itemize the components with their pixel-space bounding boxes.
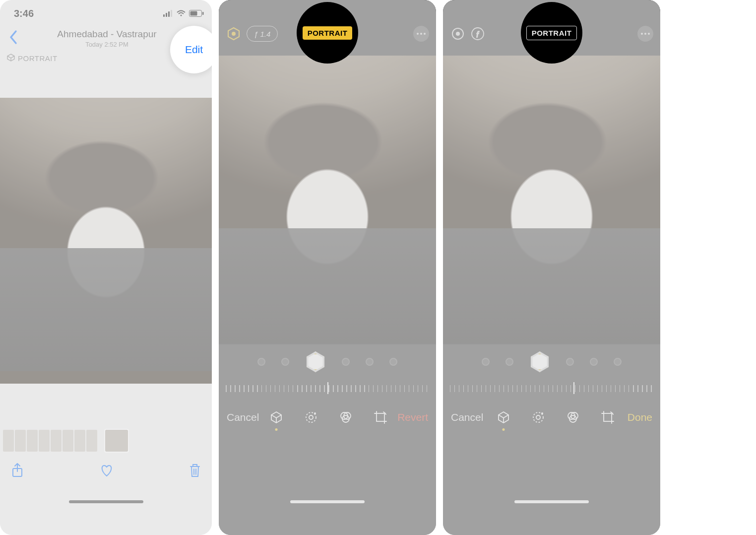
thumbnail-selected[interactable] [105, 430, 128, 452]
wifi-icon [176, 10, 186, 17]
editor-top-bar: ƒ PORTRAIT [443, 0, 660, 56]
share-button[interactable] [11, 463, 24, 480]
thumbnail[interactable] [39, 430, 50, 452]
lighting-option[interactable] [482, 358, 490, 366]
editor-mode-tabs [269, 410, 388, 425]
status-bar: 3:46 [0, 0, 212, 22]
cellular-signal-icon [163, 10, 173, 17]
cancel-button[interactable]: Cancel [451, 411, 483, 423]
lighting-option-selected[interactable] [529, 351, 550, 372]
svg-point-4 [181, 15, 182, 16]
thumbnail-gap [98, 430, 104, 452]
thumbnail[interactable] [63, 430, 73, 452]
slider-handle[interactable] [573, 382, 574, 394]
depth-control-button[interactable]: ƒ [470, 26, 486, 42]
photos-viewer-screen: 3:46 Ahmedabad - Vastrapur Today 2:52 PM… [0, 0, 212, 535]
svg-rect-6 [190, 11, 197, 16]
portrait-tab[interactable] [496, 410, 511, 425]
home-indicator[interactable] [290, 500, 365, 503]
svg-point-9 [232, 32, 236, 36]
cancel-button[interactable]: Cancel [227, 411, 259, 423]
editor-screen-on: ƒ 1.4 PORTRAIT Cancel [219, 0, 436, 535]
thumbnail-strip[interactable] [3, 430, 209, 452]
lighting-option[interactable] [389, 358, 397, 366]
intensity-slider[interactable] [443, 381, 660, 396]
intensity-slider[interactable] [219, 381, 436, 396]
thumbnail[interactable] [51, 430, 62, 452]
lighting-option[interactable] [366, 358, 374, 366]
svg-rect-1 [166, 13, 167, 17]
thumbnail[interactable] [86, 430, 97, 452]
svg-point-12 [314, 412, 316, 414]
editor-photo-lower [219, 228, 436, 344]
thumbnail[interactable] [15, 430, 26, 452]
bottom-toolbar [0, 458, 212, 485]
svg-point-22 [536, 415, 540, 419]
filters-tab[interactable] [566, 410, 580, 425]
photo-preview-lower [0, 248, 212, 371]
filters-tab[interactable] [338, 410, 353, 425]
lighting-option[interactable] [342, 358, 350, 366]
slider-ticks [450, 385, 653, 392]
cube-icon [7, 54, 15, 63]
revert-button[interactable]: Revert [397, 411, 428, 423]
editor-bottom-toolbar: Cancel Done [443, 410, 660, 425]
svg-rect-3 [171, 10, 172, 17]
svg-point-11 [309, 415, 313, 419]
title-block: Ahmedabad - Vastrapur Today 2:52 PM [57, 29, 156, 48]
editor-screen-off: ƒ PORTRAIT Cancel [443, 0, 660, 535]
editor-photo-lower [443, 228, 660, 344]
editor-top-bar: ƒ 1.4 PORTRAIT [219, 0, 436, 56]
lighting-option[interactable] [257, 358, 265, 366]
edit-button[interactable]: Edit [185, 44, 203, 56]
svg-rect-2 [168, 11, 170, 17]
lighting-style-selector[interactable] [219, 351, 436, 372]
thumbnail[interactable] [27, 430, 38, 452]
portrait-toggle-off[interactable]: PORTRAIT [526, 26, 577, 40]
lighting-option[interactable] [281, 358, 289, 366]
portrait-toggle-on[interactable]: PORTRAIT [303, 26, 353, 40]
lighting-option[interactable] [590, 358, 598, 366]
location-title: Ahmedabad - Vastrapur [57, 29, 156, 40]
portrait-tab[interactable] [269, 410, 284, 425]
lighting-option[interactable] [566, 358, 574, 366]
depth-control-button[interactable]: ƒ 1.4 [247, 26, 278, 42]
status-right-cluster [163, 10, 204, 17]
status-time: 3:46 [14, 8, 34, 19]
lighting-option[interactable] [505, 358, 513, 366]
nav-bar: Ahmedabad - Vastrapur Today 2:52 PM Edit [0, 22, 212, 52]
crop-tab[interactable] [600, 410, 615, 425]
svg-point-18 [456, 32, 460, 36]
svg-point-23 [541, 412, 543, 414]
svg-text:ƒ: ƒ [476, 30, 480, 38]
adjust-tab[interactable] [531, 410, 546, 425]
done-button[interactable]: Done [628, 411, 652, 423]
editor-bottom-toolbar: Cancel Revert [219, 410, 436, 425]
adjust-tab[interactable] [304, 410, 318, 425]
back-button[interactable] [7, 30, 18, 47]
portrait-toggle-highlight: PORTRAIT [521, 2, 582, 64]
lighting-option[interactable] [614, 358, 622, 366]
slider-handle[interactable] [327, 382, 328, 394]
portrait-lighting-button[interactable] [226, 26, 242, 42]
thumbnail[interactable] [3, 430, 14, 452]
portrait-lighting-button[interactable] [450, 26, 466, 42]
delete-button[interactable] [189, 463, 201, 480]
crop-tab[interactable] [373, 410, 388, 425]
home-indicator[interactable] [514, 500, 589, 503]
svg-rect-16 [377, 413, 384, 421]
lighting-option-selected[interactable] [305, 351, 326, 372]
timestamp-subtitle: Today 2:52 PM [57, 41, 156, 48]
thumbnail[interactable] [74, 430, 85, 452]
more-options-button[interactable] [637, 26, 653, 42]
lighting-style-selector[interactable] [443, 351, 660, 372]
portrait-toggle-highlight: PORTRAIT [297, 2, 358, 64]
portrait-mode-label: PORTRAIT [18, 54, 58, 63]
fstop-label: ƒ 1.4 [254, 30, 270, 38]
favorite-button[interactable] [99, 464, 114, 479]
home-indicator[interactable] [69, 500, 143, 503]
svg-rect-0 [163, 14, 165, 17]
editor-mode-tabs [496, 410, 615, 425]
svg-rect-7 [202, 12, 204, 15]
more-options-button[interactable] [413, 26, 429, 42]
